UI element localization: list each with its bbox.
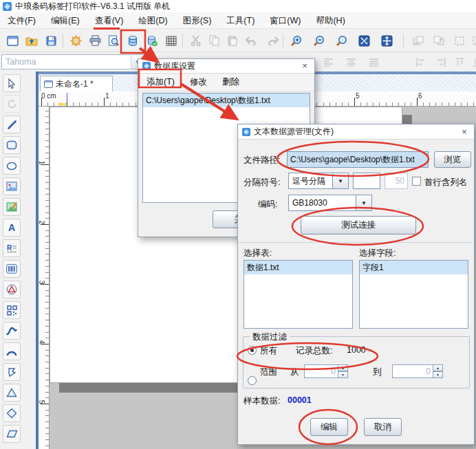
- document-tab[interactable]: 未命名-1 *: [40, 76, 113, 91]
- magnifier-icon: [336, 35, 347, 47]
- zoom-in-button[interactable]: [288, 32, 304, 49]
- file-path-value: C:\Users\gaope\Desktop\数据1.txt: [290, 154, 415, 166]
- to-label: 到: [373, 366, 382, 378]
- spinner-down-icon[interactable]: ▼: [338, 371, 348, 378]
- rich-text-tool-button[interactable]: R: [3, 239, 21, 257]
- delimiter-combo[interactable]: 逗号分隔 ▼: [288, 173, 349, 189]
- app-window: 中琅条码标签打印软件-V6.3.1 试用版 单机 文件(F) 编辑(E) 查看(…: [0, 0, 476, 449]
- database-setup-button[interactable]: [125, 32, 141, 49]
- first-row-label: 首行含列名: [424, 177, 468, 188]
- test-connection-button[interactable]: 测试连接: [301, 216, 416, 234]
- frame-select-button: [451, 32, 468, 49]
- radio-range[interactable]: [248, 376, 257, 385]
- qr-code-tool-button[interactable]: [3, 301, 21, 319]
- radio-all[interactable]: [248, 346, 257, 355]
- to-value[interactable]: 0: [392, 364, 433, 378]
- menu-shape[interactable]: 图形(S): [175, 12, 219, 29]
- align-bottom-edges-button: [469, 54, 476, 70]
- spinner-up-icon[interactable]: ▲: [433, 364, 443, 371]
- close-icon[interactable]: ×: [459, 127, 470, 138]
- from-spinner[interactable]: 0 ▲▼: [304, 364, 348, 378]
- sample-data-label: 样本数据:: [244, 395, 280, 407]
- zoom-out-button[interactable]: [310, 32, 327, 49]
- arc-tool-button[interactable]: [3, 342, 21, 360]
- align-text-center-button: [343, 54, 359, 70]
- edit-button[interactable]: 编辑: [310, 418, 348, 436]
- polygon-tool-button[interactable]: [3, 363, 21, 381]
- zoom-out-icon: [313, 35, 325, 47]
- browse-button[interactable]: 浏览: [434, 151, 471, 168]
- image-edit-tool-button[interactable]: [3, 198, 21, 216]
- file-path-label: 文件路径:: [244, 155, 280, 166]
- print-button[interactable]: [87, 32, 103, 49]
- chevron-down-icon[interactable]: ▼: [356, 195, 372, 211]
- cursor-icon: [7, 78, 17, 89]
- print-preview-button[interactable]: [105, 32, 122, 49]
- frame-edit-button: [469, 32, 476, 49]
- copy-button: [206, 32, 222, 49]
- file-path-field[interactable]: C:\Users\gaope\Desktop\数据1.txt: [287, 151, 429, 168]
- db-menu-delete[interactable]: 删除: [215, 74, 247, 91]
- to-spinner[interactable]: 0 ▲▼: [392, 364, 443, 378]
- align-bottom-edges-icon: [473, 58, 476, 67]
- database-check-button[interactable]: [144, 32, 160, 49]
- table-list-item[interactable]: 数据1.txt: [244, 261, 352, 274]
- chevron-down-icon[interactable]: ▼: [332, 173, 349, 189]
- spinner-up-icon[interactable]: ▲: [338, 364, 348, 371]
- db-menu-add[interactable]: 添加(T): [139, 74, 182, 91]
- dialog-menu: 添加(T) 修改 删除: [139, 74, 314, 91]
- database-list-item[interactable]: C:\Users\gaope\Desktop\数据1.txt: [143, 94, 310, 107]
- menu-file[interactable]: 文件(F): [0, 12, 43, 29]
- parallelogram-tool-button[interactable]: [3, 425, 21, 443]
- db-menu-modify[interactable]: 修改: [182, 74, 215, 91]
- from-value[interactable]: 0: [304, 364, 338, 378]
- menu-help[interactable]: 帮助(H): [308, 12, 352, 29]
- fit-size-button[interactable]: [378, 32, 395, 49]
- encoding-combo[interactable]: GB18030 ▼: [288, 195, 372, 211]
- rounded-rect-tool-button[interactable]: [3, 136, 21, 154]
- menu-tools[interactable]: 工具(T): [219, 12, 262, 29]
- drawing-toolbox: A R: [0, 72, 36, 449]
- save-button[interactable]: [43, 32, 59, 49]
- close-icon[interactable]: ×: [299, 61, 310, 72]
- text-tool-button[interactable]: A: [3, 219, 21, 237]
- magnifier-button[interactable]: [333, 32, 349, 49]
- select-tool-button[interactable]: [3, 74, 21, 92]
- image-tool-button[interactable]: [3, 177, 21, 195]
- new-document-button[interactable]: [4, 32, 21, 49]
- ruler-origin-label: 0 cm: [41, 92, 56, 100]
- align-left-edges-button: [413, 54, 429, 70]
- triangle-tool-button[interactable]: [3, 384, 21, 402]
- menu-view[interactable]: 查看(V): [87, 12, 131, 29]
- align-text-center-icon: [346, 58, 356, 67]
- menu-draw[interactable]: 绘图(D): [131, 12, 175, 29]
- line-tool-button[interactable]: [3, 116, 21, 133]
- shape-warning-tool-button[interactable]: [3, 281, 21, 298]
- frame-edit-icon: [472, 36, 476, 46]
- align-text-justify-button: [365, 54, 382, 70]
- align-left-edges-icon: [416, 58, 426, 67]
- curve-tool-button[interactable]: [3, 322, 21, 340]
- custom-delimiter-field[interactable]: [353, 173, 380, 189]
- document-icon: [44, 80, 53, 88]
- settings-button[interactable]: [67, 32, 84, 49]
- font-family-combo[interactable]: Tahoma ▼: [1, 54, 144, 69]
- qr-code-icon: [7, 305, 17, 316]
- diamond-tool-button[interactable]: [3, 404, 21, 422]
- field-list-item[interactable]: 字段1: [360, 261, 468, 274]
- align-text-left-button: [320, 54, 336, 70]
- record-total-value: 1000: [347, 345, 366, 355]
- cancel-button[interactable]: 取消: [364, 418, 402, 436]
- char-limit-field[interactable]: 50: [385, 173, 408, 189]
- open-file-button[interactable]: [23, 32, 40, 49]
- ellipse-tool-button[interactable]: [3, 157, 21, 175]
- grid-button[interactable]: [163, 32, 180, 49]
- menu-edit[interactable]: 编辑(E): [43, 12, 87, 29]
- spinner-down-icon[interactable]: ▼: [433, 371, 443, 378]
- first-row-checkbox[interactable]: [412, 177, 421, 186]
- menu-window[interactable]: 窗口(W): [262, 12, 308, 29]
- barcode-tool-button[interactable]: [3, 260, 21, 278]
- svg-text:R: R: [7, 244, 12, 252]
- print-icon: [89, 35, 101, 46]
- fit-window-button[interactable]: [356, 32, 372, 49]
